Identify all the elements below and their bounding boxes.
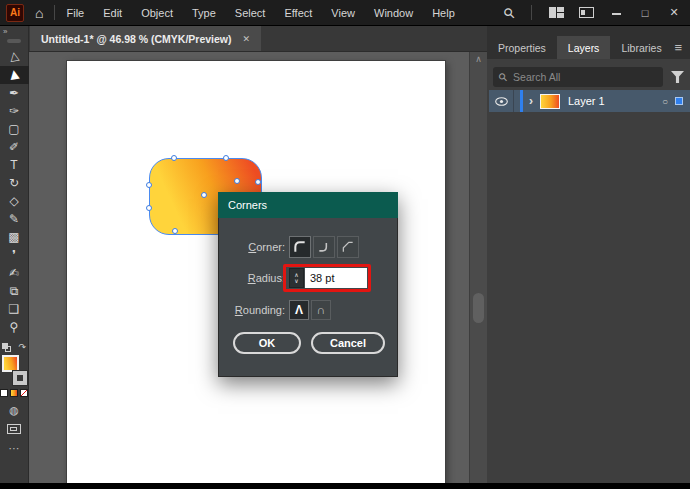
document-tab[interactable]: Untitled-1* @ 46.98 % (CMYK/Preview) ✕	[30, 26, 261, 51]
layer-expand-icon[interactable]: ›	[529, 94, 533, 108]
layer-thumbnail[interactable]	[540, 94, 560, 109]
layer-selection-indicator[interactable]	[675, 97, 683, 105]
layers-search-row: ⚲	[493, 67, 684, 87]
illustrator-logo[interactable]: Ai	[6, 4, 24, 22]
menu-edit[interactable]: Edit	[103, 7, 122, 19]
selection-tool[interactable]: ▷	[0, 48, 29, 66]
shaper-tool[interactable]: ✎	[0, 210, 29, 228]
menu-window[interactable]: Window	[374, 7, 413, 19]
fill-swatch[interactable]	[2, 355, 19, 372]
layer-target-icon[interactable]: ○	[662, 96, 668, 107]
menu-file[interactable]: File	[66, 7, 84, 19]
tab-libraries[interactable]: Libraries	[610, 36, 672, 59]
direct-selection-tool[interactable]: ▶	[0, 66, 29, 84]
swap-colors-icon[interactable]: ↷	[18, 343, 26, 352]
anchor-point[interactable]	[146, 205, 152, 211]
dialog-title[interactable]: Corners	[218, 192, 398, 218]
panel-menu-icon[interactable]: ≡	[674, 40, 690, 55]
anchor-point[interactable]	[223, 155, 229, 161]
anchor-point[interactable]	[172, 228, 178, 234]
draw-mode-icon[interactable]: ◍	[9, 404, 19, 416]
toolbar-grip[interactable]	[7, 39, 21, 43]
gradient-tool-icon: ▩	[8, 230, 19, 244]
eraser-tool[interactable]: ◇	[0, 192, 29, 210]
minimize-button[interactable]	[609, 7, 623, 19]
layer-name[interactable]: Layer 1	[568, 95, 605, 107]
menu-type[interactable]: Type	[192, 7, 216, 19]
edit-toolbar-icon[interactable]: ⋯	[9, 442, 20, 455]
panel-tabs: Properties Layers Libraries ≡	[487, 36, 690, 59]
none-swatch[interactable]	[20, 389, 28, 397]
gradient-tool[interactable]: ▩	[0, 228, 29, 246]
radius-input[interactable]	[305, 268, 367, 288]
menu-object[interactable]: Object	[141, 7, 173, 19]
home-icon[interactable]: ⌂	[35, 5, 43, 21]
menu-effect[interactable]: Effect	[284, 7, 312, 19]
ok-button[interactable]: OK	[233, 332, 301, 354]
tab-layers[interactable]: Layers	[557, 36, 611, 59]
artboard-tool-icon: ❑	[9, 302, 20, 316]
rounding-row: Rounding: Λ ∩	[223, 300, 393, 320]
color-swatch[interactable]	[0, 389, 8, 397]
shape-builder-tool[interactable]: ⧉	[0, 282, 29, 300]
screen-mode-icon[interactable]	[7, 424, 21, 434]
arrange-documents-icon[interactable]	[579, 7, 594, 18]
toolbar-collapse-icon[interactable]: »	[0, 26, 7, 37]
eyedropper-tool[interactable]: ❜	[0, 246, 29, 264]
corner-chamfer-button[interactable]	[337, 236, 359, 258]
paint-style-swatches	[0, 389, 28, 397]
layers-search-input[interactable]	[513, 71, 657, 83]
corner-widget[interactable]	[201, 192, 207, 198]
scroll-up-icon[interactable]: ∧	[470, 54, 487, 64]
eyedropper-tool-icon: ❜	[12, 248, 16, 262]
anchor-point[interactable]	[146, 182, 152, 188]
close-button[interactable]: ✕	[667, 6, 681, 19]
tools-panel: » ▷ ▶ ✒ ✑ ▢ ✐ T ↻ ◇ ✎ ▩ ❜ ✍ ⧉ ❑ ⚲ ↷	[0, 26, 29, 483]
filter-icon[interactable]	[671, 71, 684, 83]
artboard-tool[interactable]: ❑	[0, 300, 29, 318]
pen-tool[interactable]: ✒	[0, 84, 29, 102]
anchor-point[interactable]	[255, 179, 261, 185]
anchor-point[interactable]	[171, 155, 177, 161]
document-tab-close-icon[interactable]: ✕	[243, 34, 251, 44]
scrollbar-thumb[interactable]	[473, 293, 484, 323]
maximize-button[interactable]: □	[638, 7, 652, 19]
rotate-tool[interactable]: ↻	[0, 174, 29, 192]
layer-row-divider	[513, 90, 514, 112]
stepper-down-icon[interactable]: ∨	[294, 278, 298, 284]
radius-stepper[interactable]: ∧ ∨	[289, 268, 304, 288]
tab-properties[interactable]: Properties	[487, 36, 557, 59]
visibility-eye-icon[interactable]	[489, 92, 513, 110]
stroke-swatch[interactable]	[13, 371, 27, 385]
cancel-button[interactable]: Cancel	[311, 332, 385, 354]
eraser-tool-icon: ◇	[9, 194, 18, 208]
rounding-absolute-button[interactable]: Λ	[289, 300, 309, 320]
menu-view[interactable]: View	[331, 7, 355, 19]
menu-help[interactable]: Help	[432, 7, 455, 19]
canvas: Corners Corner:	[29, 52, 487, 483]
hand-tool[interactable]: ✍	[0, 264, 29, 282]
rectangle-tool[interactable]: ▢	[0, 120, 29, 138]
paintbrush-tool[interactable]: ✐	[0, 138, 29, 156]
curvature-tool-icon: ✑	[9, 104, 19, 118]
vertical-scrollbar[interactable]: ∧	[469, 52, 487, 483]
curvature-tool[interactable]: ✑	[0, 102, 29, 120]
layer-row[interactable]: › Layer 1 ○	[489, 90, 690, 112]
corner-inverted-round-button[interactable]	[313, 236, 335, 258]
layers-panel: ⚲ › Layer 1 ○	[487, 59, 690, 483]
workspace-switcher-icon[interactable]	[549, 7, 564, 18]
rounding-relative-button[interactable]: ∩	[311, 300, 331, 320]
zoom-tool[interactable]: ⚲	[0, 318, 29, 336]
menu-select[interactable]: Select	[235, 7, 266, 19]
default-colors-icon[interactable]	[2, 343, 11, 352]
search-icon[interactable]: ⚲	[500, 3, 519, 22]
anchor-point[interactable]	[234, 178, 240, 184]
type-tool[interactable]: T	[0, 156, 29, 174]
corner-round-button[interactable]	[289, 236, 311, 258]
layers-search-box[interactable]: ⚲	[493, 67, 663, 87]
rotate-tool-icon: ↻	[9, 176, 19, 190]
gradient-swatch[interactable]	[10, 389, 18, 397]
document-tab-strip: Untitled-1* @ 46.98 % (CMYK/Preview) ✕	[29, 26, 487, 52]
rounding-label: Rounding:	[223, 304, 285, 316]
corner-row: Corner:	[223, 236, 393, 258]
